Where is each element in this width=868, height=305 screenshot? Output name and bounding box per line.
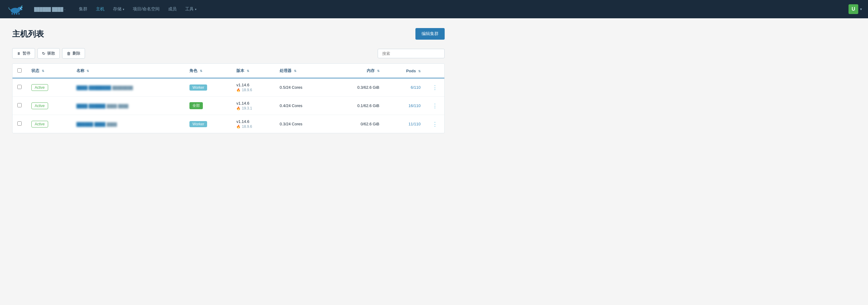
- col-pods: Pods ⇅: [384, 64, 426, 78]
- role-cell: 全部: [185, 97, 231, 115]
- user-menu[interactable]: U ▾: [848, 4, 862, 14]
- col-role: 角色 ⇅: [185, 64, 231, 78]
- col-status: 状态 ⇅: [27, 64, 71, 78]
- nav-storage[interactable]: 存储 ▾: [109, 5, 128, 14]
- node-name-secondary: ████████: [113, 86, 133, 90]
- nav-cluster[interactable]: 集群: [75, 5, 91, 14]
- row-checkbox-0[interactable]: [18, 85, 22, 89]
- role-badge: 全部: [189, 102, 203, 109]
- role-cell: Worker: [185, 78, 231, 97]
- svg-rect-4: [11, 13, 13, 15]
- version-sub: 19.3.1: [242, 106, 252, 110]
- user-chevron-icon: ▾: [860, 7, 862, 11]
- more-cell: ⋮: [426, 78, 444, 97]
- version-primary: v1.14.6: [236, 119, 270, 124]
- drain-button[interactable]: ↻ 驱散: [37, 48, 60, 59]
- memory-value: 0.1/62.6 GiB: [357, 103, 379, 108]
- version-cell: v1.14.6 🔥 19.3.1: [231, 97, 275, 115]
- memory-value: 0.3/62.6 GiB: [357, 85, 379, 90]
- nav-project[interactable]: 项目/命名空间: [129, 5, 163, 14]
- cpu-value: 0.3/24 Cores: [280, 122, 302, 126]
- version-primary: v1.14.6: [236, 83, 270, 87]
- node-name-secondary: ████: [106, 122, 117, 127]
- toolbar: ⏸ 暂停 ↻ 驱散 🗑 删除: [12, 48, 445, 59]
- pods-cell: 16/110: [384, 97, 426, 115]
- cluster-name: ██████ ████ ·: [34, 7, 65, 11]
- memory-sort-icon[interactable]: ⇅: [377, 69, 379, 73]
- status-cell: Active: [27, 78, 71, 97]
- version-sort-icon[interactable]: ⇅: [247, 69, 249, 73]
- hosts-table: 状态 ⇅ 名称 ⇅ 角色 ⇅ 版本 ⇅: [12, 63, 445, 133]
- flame-icon: 🔥: [236, 88, 241, 92]
- more-options-icon[interactable]: ⋮: [430, 102, 439, 110]
- table-header-row: 状态 ⇅ 名称 ⇅ 角色 ⇅ 版本 ⇅: [12, 64, 444, 78]
- row-checkbox-cell: [12, 97, 27, 115]
- pods-sort-icon[interactable]: ⇅: [418, 70, 421, 73]
- pause-button[interactable]: ⏸ 暂停: [12, 48, 35, 59]
- pods-cell: 6/110: [384, 78, 426, 97]
- col-version: 版本 ⇅: [231, 64, 275, 78]
- version-secondary: 🔥 19.3.1: [236, 106, 270, 110]
- version-sub: 18.9.6: [242, 124, 252, 129]
- pause-icon: ⏸: [17, 51, 21, 56]
- tools-chevron-icon: ▾: [195, 8, 196, 11]
- version-cell: v1.14.6 🔥 18.9.6: [231, 115, 275, 133]
- drain-icon: ↻: [42, 51, 45, 56]
- cpu-value: 0.4/24 Cores: [280, 103, 302, 108]
- delete-icon: 🗑: [67, 51, 71, 56]
- table-row: Active ████ ██████ ████ ████ 全部 v1.14.6 …: [12, 97, 444, 115]
- nav-host[interactable]: 主机: [92, 5, 108, 14]
- row-checkbox-cell: [12, 78, 27, 97]
- version-primary: v1.14.6: [236, 101, 270, 106]
- user-avatar: U: [848, 4, 858, 14]
- logo[interactable]: [6, 4, 24, 15]
- pods-cell: 11/110: [384, 115, 426, 133]
- page-header: 主机列表 编辑集群: [12, 28, 445, 40]
- role-badge: Worker: [189, 84, 207, 90]
- name-sort-icon[interactable]: ⇅: [87, 69, 89, 73]
- name-cell: ██████ ████ ████: [71, 115, 185, 133]
- row-checkbox-1[interactable]: [18, 103, 22, 107]
- status-cell: Active: [27, 97, 71, 115]
- cpu-cell: 0.4/24 Cores: [275, 97, 330, 115]
- more-cell: ⋮: [426, 115, 444, 133]
- svg-point-8: [20, 8, 21, 9]
- memory-value: 0/62.6 GiB: [361, 122, 379, 126]
- svg-rect-7: [19, 13, 20, 15]
- node-name-primary[interactable]: ████ ██████: [76, 104, 106, 108]
- pods-value: 11/110: [408, 122, 421, 126]
- status-sort-icon[interactable]: ⇅: [42, 69, 44, 73]
- search-input[interactable]: [378, 49, 445, 58]
- cpu-value: 0.5/24 Cores: [280, 85, 302, 90]
- role-badge: Worker: [189, 121, 207, 127]
- node-name-secondary: ████ ████: [106, 104, 128, 108]
- name-cell: ████ ██████ ████ ████: [71, 97, 185, 115]
- storage-chevron-icon: ▾: [123, 8, 124, 11]
- memory-cell: 0.3/62.6 GiB: [330, 78, 384, 97]
- nav-tools[interactable]: 工具 ▾: [182, 5, 200, 14]
- col-memory: 内存 ⇅: [330, 64, 384, 78]
- svg-rect-5: [14, 13, 15, 15]
- node-name-primary[interactable]: ████ ████████: [76, 85, 111, 90]
- pods-value: 16/110: [408, 103, 421, 108]
- delete-button[interactable]: 🗑 删除: [62, 48, 85, 59]
- version-secondary: 🔥 18.9.6: [236, 124, 270, 129]
- nav-members[interactable]: 成员: [164, 5, 180, 14]
- svg-point-9: [21, 9, 23, 10]
- node-name-primary[interactable]: ██████ ████: [76, 122, 106, 127]
- more-options-icon[interactable]: ⋮: [430, 84, 439, 91]
- col-name: 名称 ⇅: [71, 64, 185, 78]
- cpu-sort-icon[interactable]: ⇅: [294, 69, 296, 73]
- row-checkbox-cell: [12, 115, 27, 133]
- more-options-icon[interactable]: ⋮: [430, 120, 439, 128]
- flame-icon: 🔥: [236, 125, 241, 129]
- toolbar-left: ⏸ 暂停 ↻ 驱散 🗑 删除: [12, 48, 85, 59]
- role-sort-icon[interactable]: ⇅: [200, 69, 202, 73]
- pods-value: 6/110: [410, 85, 421, 90]
- edit-cluster-button[interactable]: 编辑集群: [415, 28, 445, 40]
- col-cpu: 处理器 ⇅: [275, 64, 330, 78]
- status-badge: Active: [31, 103, 48, 109]
- row-checkbox-2[interactable]: [18, 121, 22, 126]
- version-secondary: 🔥 18.9.6: [236, 88, 270, 92]
- select-all-checkbox[interactable]: [18, 68, 22, 73]
